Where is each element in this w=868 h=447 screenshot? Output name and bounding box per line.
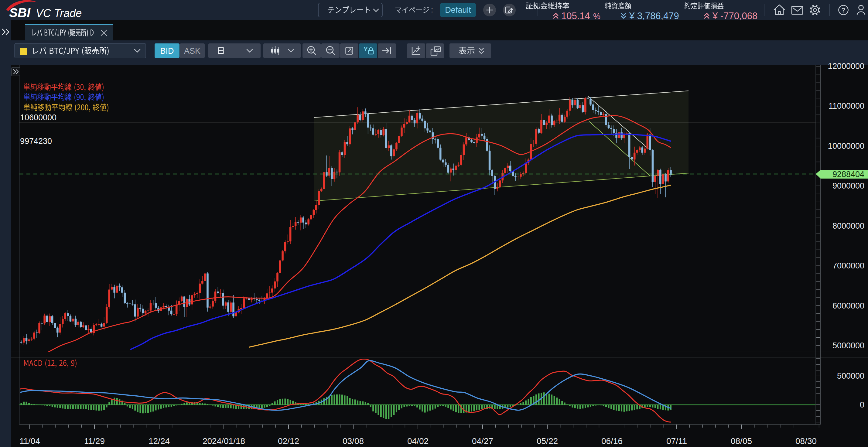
svg-text:11/04: 11/04 xyxy=(20,436,40,446)
svg-text:ASK: ASK xyxy=(184,46,200,56)
svg-text:04/02: 04/02 xyxy=(407,436,429,446)
svg-text:11/29: 11/29 xyxy=(84,436,105,446)
svg-text:0: 0 xyxy=(860,400,864,409)
svg-text:SBI: SBI xyxy=(9,5,31,20)
svg-text:03/08: 03/08 xyxy=(343,436,364,446)
svg-text:10600000: 10600000 xyxy=(20,113,57,122)
svg-text:02/12: 02/12 xyxy=(278,436,299,446)
svg-text:BID: BID xyxy=(160,46,174,56)
svg-text:5000000: 5000000 xyxy=(833,341,864,350)
svg-text:2024/01/18: 2024/01/18 xyxy=(203,436,245,446)
svg-text:6000000: 6000000 xyxy=(833,301,864,310)
svg-text:¥ -770,068: ¥ -770,068 xyxy=(712,11,757,21)
svg-text:04/27: 04/27 xyxy=(472,436,493,446)
svg-text:7000000: 7000000 xyxy=(833,261,864,270)
svg-text:500000: 500000 xyxy=(837,372,864,381)
svg-text:?: ? xyxy=(841,6,845,14)
svg-text:9000000: 9000000 xyxy=(833,181,864,190)
svg-text:8000000: 8000000 xyxy=(833,221,864,230)
svg-text:%: % xyxy=(593,12,600,21)
svg-text:08/30: 08/30 xyxy=(796,436,817,446)
svg-text:08/05: 08/05 xyxy=(731,436,752,446)
svg-text:Default: Default xyxy=(445,5,471,14)
svg-text:06/16: 06/16 xyxy=(601,436,623,446)
svg-text:07/11: 07/11 xyxy=(666,436,687,446)
svg-text:¥ 3,786,479: ¥ 3,786,479 xyxy=(629,11,679,21)
svg-text:9288404: 9288404 xyxy=(833,170,864,179)
svg-text:VC Trade: VC Trade xyxy=(36,7,82,20)
svg-text::: : xyxy=(431,5,433,14)
svg-text:9974230: 9974230 xyxy=(20,137,52,146)
svg-text:12/24: 12/24 xyxy=(149,436,170,446)
svg-text:12000000: 12000000 xyxy=(828,62,864,71)
svg-text:10000000: 10000000 xyxy=(828,141,864,151)
svg-text:105.14: 105.14 xyxy=(561,11,590,21)
svg-text:05/22: 05/22 xyxy=(537,436,558,446)
svg-text:Y: Y xyxy=(364,46,368,53)
svg-text:11000000: 11000000 xyxy=(829,101,864,110)
